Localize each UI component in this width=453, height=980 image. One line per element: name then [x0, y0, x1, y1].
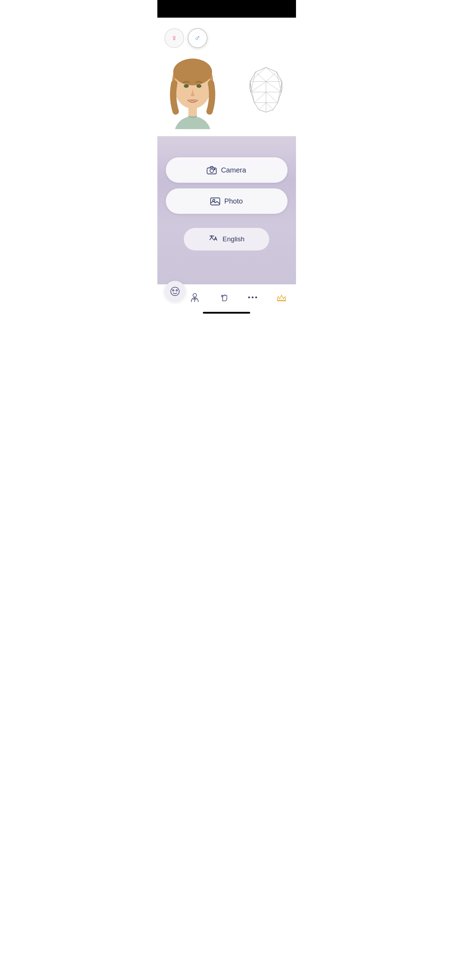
svg-point-61 [251, 297, 253, 298]
svg-rect-50 [211, 198, 220, 205]
photo-icon [210, 196, 220, 206]
svg-point-53 [171, 287, 179, 296]
gender-selector: ♀ ♂ [164, 25, 289, 55]
svg-point-4 [197, 84, 202, 88]
face-nav-button[interactable] [164, 281, 186, 302]
svg-point-3 [184, 84, 189, 88]
svg-line-16 [254, 103, 259, 110]
face-nav-icon [169, 286, 181, 297]
nav-item-person[interactable] [184, 289, 206, 305]
hand-nav-icon [218, 292, 229, 303]
male-symbol: ♂ [194, 33, 201, 43]
svg-point-49 [214, 169, 215, 170]
svg-point-60 [248, 297, 250, 298]
svg-line-42 [250, 81, 250, 89]
nav-item-crown[interactable] [270, 289, 292, 305]
language-label: English [223, 235, 245, 243]
svg-line-35 [266, 103, 273, 110]
svg-line-22 [256, 72, 266, 81]
photo-label: Photo [224, 197, 243, 205]
top-section: ♀ ♂ [157, 18, 296, 136]
svg-point-62 [255, 297, 257, 298]
svg-point-54 [173, 290, 174, 291]
svg-line-30 [266, 92, 278, 103]
bottom-section: Camera Photo English [157, 136, 296, 284]
svg-line-26 [251, 81, 266, 92]
svg-line-18 [259, 110, 266, 112]
person-svg [164, 55, 221, 133]
svg-line-31 [254, 92, 266, 103]
svg-point-48 [210, 169, 213, 172]
face-area [164, 55, 289, 136]
language-button[interactable]: English [184, 228, 269, 250]
female-gender-button[interactable]: ♀ [164, 28, 184, 48]
person-photo [164, 55, 235, 136]
svg-point-2 [173, 59, 212, 85]
crown-nav-icon [276, 292, 287, 303]
nav-item-hand[interactable] [213, 289, 235, 305]
bottom-nav [157, 284, 296, 309]
svg-line-15 [273, 103, 278, 110]
translate-icon [208, 234, 218, 244]
svg-line-25 [266, 81, 281, 92]
svg-line-40 [282, 81, 283, 89]
more-nav-icon [247, 292, 258, 303]
face-outline-container [246, 65, 285, 115]
camera-icon [207, 165, 217, 175]
status-bar [157, 0, 296, 18]
home-indicator [203, 312, 250, 313]
svg-line-8 [256, 67, 266, 72]
camera-button[interactable]: Camera [166, 158, 288, 183]
female-symbol: ♀ [171, 33, 178, 43]
svg-line-17 [266, 110, 273, 112]
geometric-face-icon [246, 65, 285, 115]
svg-point-56 [193, 294, 197, 297]
camera-label: Camera [221, 166, 246, 174]
svg-line-21 [266, 72, 277, 81]
nav-item-more[interactable] [242, 289, 264, 305]
svg-line-10 [250, 72, 256, 81]
svg-line-36 [259, 103, 266, 110]
photo-button[interactable]: Photo [166, 188, 288, 214]
svg-point-55 [176, 290, 178, 291]
male-gender-button[interactable]: ♂ [188, 28, 207, 48]
svg-line-7 [266, 67, 277, 72]
svg-line-9 [277, 72, 282, 81]
person-nav-icon [189, 292, 200, 303]
